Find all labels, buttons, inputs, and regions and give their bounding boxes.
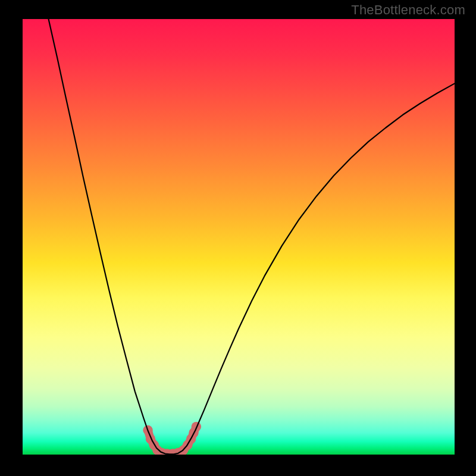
chart-container: TheBottleneck.com bbox=[0, 0, 476, 476]
bottleneck-curve-path bbox=[49, 19, 455, 454]
watermark-text: TheBottleneck.com bbox=[351, 2, 465, 18]
plot-area bbox=[23, 19, 455, 455]
curve-layer bbox=[23, 19, 455, 455]
